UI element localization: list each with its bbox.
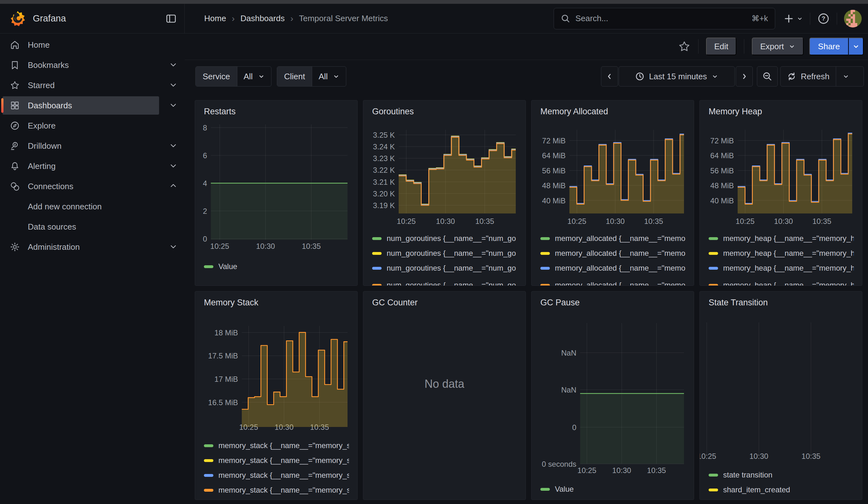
- panel-title-gc-counter[interactable]: GC Counter: [372, 298, 417, 308]
- y-axis-tick: 16.5 MiB: [208, 398, 238, 407]
- export-label: Export: [760, 42, 784, 51]
- client-filter-value[interactable]: All: [312, 66, 346, 86]
- sidebar-item-bookmarks[interactable]: Bookmarks: [2, 56, 159, 74]
- legend-label[interactable]: num_goroutines {__name__="num_go: [387, 249, 516, 258]
- legend-label[interactable]: state transition: [723, 471, 772, 480]
- legend-swatch[interactable]: [709, 488, 718, 491]
- legend-label[interactable]: num_goroutines {__name__="num_go: [387, 234, 516, 243]
- brand-title: Grafana: [33, 13, 66, 24]
- chevron-down-icon: [852, 43, 860, 50]
- legend-label[interactable]: memory_allocated {__name__="memo: [555, 281, 685, 286]
- legend-swatch[interactable]: [709, 252, 718, 255]
- legend-label[interactable]: memory_heap {__name__="memory_h: [723, 249, 854, 258]
- legend-swatch[interactable]: [540, 284, 550, 286]
- refresh-button[interactable]: Refresh: [781, 66, 836, 86]
- favorite-star-icon[interactable]: [678, 40, 691, 53]
- y-axis-tick: 17 MiB: [214, 375, 238, 383]
- chevron-up-icon[interactable]: [169, 182, 177, 191]
- legend-swatch[interactable]: [204, 265, 213, 268]
- sidebar-item-add-new-connection[interactable]: Add new connection: [2, 197, 159, 216]
- nav-right-section: Search... ⌘+k ?: [554, 8, 862, 29]
- time-shift-back-button[interactable]: [601, 66, 618, 86]
- legend-label[interactable]: memory_heap {__name__="memory_h: [723, 281, 854, 286]
- link-icon: [9, 181, 20, 192]
- legend-label[interactable]: memory_stack {__name__="memory_s: [218, 486, 349, 495]
- x-axis-tick: 10:35: [802, 452, 820, 460]
- legend-swatch[interactable]: [709, 474, 718, 476]
- legend-swatch[interactable]: [204, 459, 213, 462]
- service-filter-value[interactable]: All: [237, 66, 271, 86]
- user-avatar[interactable]: [844, 10, 862, 28]
- sidebar-item-data-sources[interactable]: Data sources: [2, 218, 159, 236]
- refresh-interval-dropdown[interactable]: [836, 66, 856, 86]
- legend-swatch[interactable]: [204, 444, 213, 447]
- breadcrumb-separator: ›: [232, 13, 235, 24]
- toolbar-divider: [698, 39, 699, 54]
- y-axis-tick: 3.24 K: [373, 142, 395, 151]
- share-button[interactable]: Share: [809, 38, 849, 55]
- legend-swatch[interactable]: [204, 474, 213, 477]
- sidebar-item-dashboards[interactable]: Dashboards: [2, 96, 159, 115]
- sidebar-item-starred[interactable]: Starred: [2, 76, 159, 94]
- legend-swatch[interactable]: [372, 267, 382, 270]
- share-dropdown-button[interactable]: [849, 38, 864, 55]
- nav-divider: [810, 13, 810, 25]
- chevron-down-icon[interactable]: [169, 142, 177, 150]
- legend-swatch[interactable]: [709, 284, 718, 286]
- sidebar-item-connections[interactable]: Connections: [2, 177, 159, 195]
- chevron-down-icon[interactable]: [169, 243, 177, 251]
- legend-item: num_goroutines {__name__="num_go: [372, 234, 517, 243]
- zoom-out-button[interactable]: [757, 66, 778, 86]
- chart-memory-stack: 16.5 MiB17 MiB17.5 MiB18 MiB10:2510:3010…: [195, 291, 358, 500]
- legend-label[interactable]: memory_stack {__name__="memory_s: [218, 456, 349, 465]
- top-nav-bar: Grafana Home › Dashboards › Temporal Ser…: [0, 4, 868, 33]
- time-range-picker[interactable]: Last 15 minutes: [619, 66, 735, 86]
- search-input[interactable]: Search... ⌘+k: [554, 8, 775, 29]
- legend-label[interactable]: num_goroutines {__name__="num_go: [387, 264, 516, 272]
- y-axis-tick: 40 MiB: [542, 196, 566, 205]
- legend-swatch[interactable]: [540, 488, 550, 491]
- legend-label[interactable]: memory_stack {__name__="memory_s: [218, 471, 349, 480]
- legend-label[interactable]: shard_item_created: [723, 485, 790, 494]
- y-axis-tick: 56 MiB: [542, 166, 566, 175]
- legend-swatch[interactable]: [709, 237, 718, 240]
- legend-swatch[interactable]: [540, 267, 550, 270]
- breadcrumb-home[interactable]: Home: [204, 13, 226, 23]
- edit-button[interactable]: Edit: [706, 38, 737, 55]
- time-shift-forward-button[interactable]: [736, 66, 753, 86]
- legend-label[interactable]: memory_allocated {__name__="memo: [555, 264, 685, 272]
- add-new-button[interactable]: [783, 13, 803, 24]
- sidebar-item-explore[interactable]: Explore: [2, 116, 159, 135]
- legend-swatch[interactable]: [540, 237, 550, 240]
- legend-label[interactable]: memory_allocated {__name__="memo: [555, 234, 685, 243]
- legend-swatch[interactable]: [372, 237, 382, 240]
- chevron-down-icon[interactable]: [169, 101, 177, 110]
- sidebar-toggle-icon[interactable]: [165, 13, 177, 24]
- chevron-down-icon[interactable]: [169, 61, 177, 69]
- sidebar-item-administration[interactable]: Administration: [2, 238, 159, 256]
- legend-label[interactable]: memory_heap {__name__="memory_h: [723, 264, 854, 272]
- legend-label[interactable]: memory_allocated {__name__="memo: [555, 249, 685, 258]
- legend-label[interactable]: Value: [218, 262, 237, 271]
- legend-label[interactable]: memory_stack {__name__="memory_s: [218, 441, 349, 450]
- sidebar-item-alerting[interactable]: Alerting: [2, 157, 159, 175]
- legend-label[interactable]: Value: [555, 485, 574, 494]
- breadcrumb-dashboards[interactable]: Dashboards: [240, 13, 285, 23]
- dashboard-toolbar: Edit Export Share: [185, 33, 868, 60]
- chevron-down-icon[interactable]: [169, 81, 177, 89]
- legend-swatch[interactable]: [372, 252, 382, 255]
- legend-label[interactable]: num_goroutines {__name__="num_go: [387, 281, 516, 286]
- legend-swatch[interactable]: [540, 252, 550, 255]
- export-button[interactable]: Export: [752, 38, 803, 55]
- y-axis-tick: NaN: [561, 385, 576, 394]
- legend-label[interactable]: memory_heap {__name__="memory_h: [723, 234, 854, 243]
- legend-swatch[interactable]: [709, 267, 718, 270]
- sidebar-item-home[interactable]: Home: [2, 36, 159, 54]
- legend-swatch[interactable]: [372, 284, 382, 286]
- chevron-down-icon[interactable]: [169, 162, 177, 170]
- legend-swatch[interactable]: [204, 489, 213, 492]
- refresh-split-button: Refresh: [780, 66, 864, 86]
- grafana-logo-icon[interactable]: [9, 10, 26, 27]
- sidebar-item-drilldown[interactable]: Drilldown: [2, 137, 159, 155]
- help-icon[interactable]: ?: [817, 12, 830, 25]
